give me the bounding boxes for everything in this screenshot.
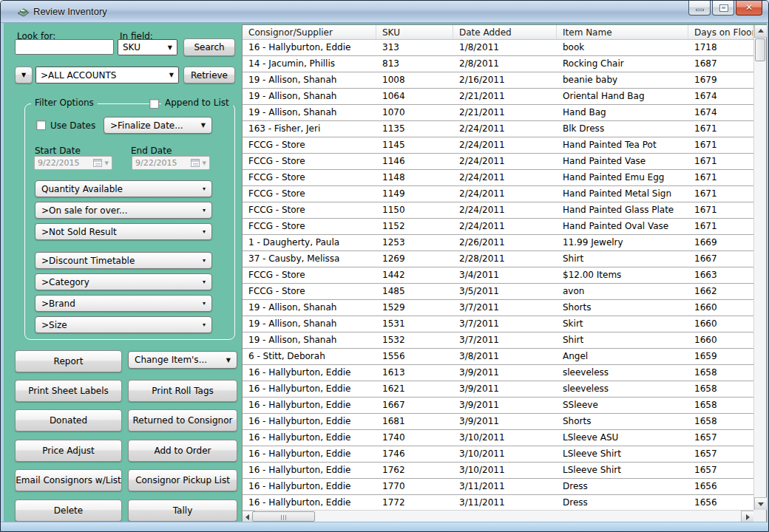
- action-button[interactable]: Price Adjust: [15, 440, 122, 462]
- cell-date-added: 3/11/2011: [453, 495, 557, 510]
- table-row[interactable]: 16 - Hallyburton, Eddie 1772 3/11/2011 D…: [243, 495, 753, 510]
- table-row[interactable]: FCCG - Store 1146 2/24/2011 Hand Painted…: [243, 154, 753, 170]
- action-button[interactable]: Email Consignors w/List: [15, 469, 122, 491]
- filter-dropdown[interactable]: Quantity Available ▾: [35, 180, 212, 197]
- table-row[interactable]: FCCG - Store 1152 2/24/2011 Hand Painted…: [243, 219, 753, 235]
- search-button[interactable]: Search: [183, 38, 235, 56]
- column-header[interactable]: Date Added: [453, 25, 557, 39]
- cell-date-added: 2/21/2011: [453, 105, 557, 120]
- look-for-input[interactable]: [15, 39, 114, 55]
- table-row[interactable]: FCCG - Store 1442 3/4/2011 $12.00 Items …: [243, 267, 753, 284]
- cell-consignor: 16 - Hallyburton, Eddie: [243, 40, 376, 55]
- table-row[interactable]: FCCG - Store 1149 2/24/2011 Hand Painted…: [243, 186, 753, 202]
- titlebar[interactable]: Review Inventory ✕: [1, 1, 768, 23]
- vertical-scroll-thumb[interactable]: [755, 38, 765, 61]
- table-row[interactable]: 37 - Causby, Melissa 1269 2/28/2011 Shir…: [243, 251, 753, 267]
- table-row[interactable]: 19 - Allison, Shanah 1532 3/7/2011 Shirt…: [243, 332, 753, 349]
- action-button[interactable]: Report: [15, 350, 122, 372]
- filter-dropdown[interactable]: >Size ▾: [35, 316, 212, 333]
- cell-sku: 1485: [376, 284, 453, 299]
- cell-date-added: 3/10/2011: [453, 463, 557, 478]
- table-row[interactable]: FCCG - Store 1485 3/5/2011 avon 1662: [243, 284, 753, 300]
- end-date-picker[interactable]: 9/22/2015 ▼: [132, 156, 210, 170]
- use-dates-checkbox[interactable]: [36, 120, 46, 130]
- change-items-dropdown[interactable]: Change Item's... ▼: [128, 351, 237, 369]
- cell-date-added: 1/8/2011: [453, 40, 557, 55]
- chevron-down-icon: ▾: [203, 185, 206, 192]
- table-row[interactable]: 19 - Allison, Shanah 1064 2/21/2011 Orie…: [243, 89, 753, 105]
- cell-days-on-floor: 1687: [688, 56, 753, 72]
- table-row[interactable]: 19 - Allison, Shanah 1008 2/16/2011 bean…: [243, 72, 753, 89]
- action-button[interactable]: Consignor Pickup List: [128, 469, 237, 491]
- table-row[interactable]: 16 - Hallyburton, Eddie 1667 3/9/2011 SS…: [243, 398, 753, 414]
- cell-sku: 1148: [376, 170, 453, 185]
- filter-dropdown[interactable]: >Category ▾: [35, 273, 212, 290]
- column-header[interactable]: Consignor/Supplier: [243, 25, 376, 39]
- horizontal-scrollbar[interactable]: [243, 510, 753, 522]
- table-body: 16 - Hallyburton, Eddie 313 1/8/2011 boo…: [243, 40, 753, 510]
- cell-item-name: Skirt: [557, 316, 688, 332]
- cell-date-added: 2/21/2011: [453, 89, 557, 104]
- action-button[interactable]: Delete: [15, 499, 122, 522]
- table-row[interactable]: 16 - Hallyburton, Eddie 1740 3/10/2011 L…: [243, 430, 753, 446]
- retrieve-button[interactable]: Retrieve: [183, 66, 235, 83]
- table-row[interactable]: 16 - Hallyburton, Eddie 1621 3/9/2011 sl…: [243, 381, 753, 398]
- chevron-down-icon: ▾: [203, 207, 206, 214]
- cell-date-added: 3/10/2011: [453, 446, 557, 462]
- table-row[interactable]: 1 - Daugherty, Paula 1253 2/26/2011 11.9…: [243, 235, 753, 251]
- window-title: Review Inventory: [33, 6, 107, 17]
- cell-sku: 1529: [376, 300, 453, 316]
- scroll-down-button[interactable]: [754, 497, 767, 510]
- cell-consignor: 16 - Hallyburton, Eddie: [243, 365, 376, 381]
- action-button[interactable]: Print Sheet Labels: [15, 380, 122, 402]
- cell-item-name: sleeveless: [557, 381, 688, 397]
- table-row[interactable]: 163 - Fisher, Jeri 1135 2/24/2011 Blk Dr…: [243, 121, 753, 137]
- column-header[interactable]: Item Name: [557, 25, 688, 39]
- minimize-button[interactable]: [688, 1, 711, 16]
- table-row[interactable]: FCCG - Store 1148 2/24/2011 Hand Painted…: [243, 170, 753, 186]
- action-button[interactable]: Tally: [128, 499, 237, 522]
- table-row[interactable]: 19 - Allison, Shanah 1070 2/21/2011 Hand…: [243, 105, 753, 121]
- table-row[interactable]: FCCG - Store 1150 2/24/2011 Hand Painted…: [243, 202, 753, 219]
- action-button[interactable]: Donated: [15, 409, 122, 432]
- main-content: Look for: In field: SKU ▼ Search ▼ >ALL …: [4, 23, 767, 523]
- table-row[interactable]: 16 - Hallyburton, Eddie 1681 3/9/2011 Sh…: [243, 414, 753, 430]
- column-header[interactable]: SKU: [376, 25, 453, 39]
- table-row[interactable]: FCCG - Store 1145 2/24/2011 Hand Painted…: [243, 137, 753, 154]
- cell-sku: 1621: [376, 381, 453, 397]
- table-row[interactable]: 16 - Hallyburton, Eddie 1770 3/11/2011 D…: [243, 479, 753, 495]
- cell-date-added: 2/26/2011: [453, 235, 557, 250]
- action-button[interactable]: Returned to Consignor: [128, 409, 237, 432]
- cell-sku: 1269: [376, 251, 453, 267]
- table-row[interactable]: 19 - Allison, Shanah 1529 3/7/2011 Short…: [243, 300, 753, 316]
- maximize-button[interactable]: [712, 1, 734, 16]
- scroll-up-button[interactable]: [754, 25, 767, 38]
- horizontal-scroll-thumb[interactable]: [252, 511, 315, 522]
- accounts-launcher-button[interactable]: ▼: [15, 66, 33, 83]
- start-date-picker[interactable]: 9/22/2015 ▼: [34, 156, 112, 170]
- cell-date-added: 3/9/2011: [453, 365, 557, 381]
- table-row[interactable]: 16 - Hallyburton, Eddie 1762 3/10/2011 L…: [243, 463, 753, 479]
- table-row[interactable]: 16 - Hallyburton, Eddie 313 1/8/2011 boo…: [243, 40, 753, 56]
- close-button[interactable]: ✕: [736, 1, 762, 16]
- cell-date-added: 2/28/2011: [453, 251, 557, 267]
- table-row[interactable]: 19 - Allison, Shanah 1531 3/7/2011 Skirt…: [243, 316, 753, 332]
- table-row[interactable]: 14 - Jacumin, Phillis 813 2/8/2011 Rocki…: [243, 56, 753, 72]
- in-field-select[interactable]: SKU ▼: [118, 39, 177, 55]
- cell-days-on-floor: 1669: [688, 235, 753, 250]
- filter-dropdown[interactable]: >On sale for over... ▾: [35, 202, 212, 219]
- column-header[interactable]: Days on Floor: [688, 25, 753, 39]
- action-button[interactable]: Add to Order: [128, 440, 237, 462]
- filter-dropdown[interactable]: >Not Sold Result ▾: [35, 223, 212, 240]
- filter-dropdown[interactable]: >Discount Timetable ▾: [35, 252, 212, 269]
- table-row[interactable]: 6 - Stitt, Deborah 1556 3/8/2011 Angel 1…: [243, 349, 753, 365]
- append-to-list-checkbox[interactable]: [149, 99, 159, 109]
- accounts-select[interactable]: >ALL ACCOUNTS ▼: [35, 66, 179, 83]
- finalize-date-dropdown[interactable]: >Finalize Date... ▼: [104, 117, 212, 134]
- action-button[interactable]: Print Roll Tags: [128, 380, 237, 402]
- filter-dropdown[interactable]: >Brand ▾: [35, 295, 212, 312]
- vertical-scrollbar[interactable]: [753, 25, 766, 510]
- cell-date-added: 3/8/2011: [453, 349, 557, 364]
- table-row[interactable]: 16 - Hallyburton, Eddie 1613 3/9/2011 sl…: [243, 365, 753, 381]
- table-row[interactable]: 16 - Hallyburton, Eddie 1746 3/10/2011 L…: [243, 446, 753, 463]
